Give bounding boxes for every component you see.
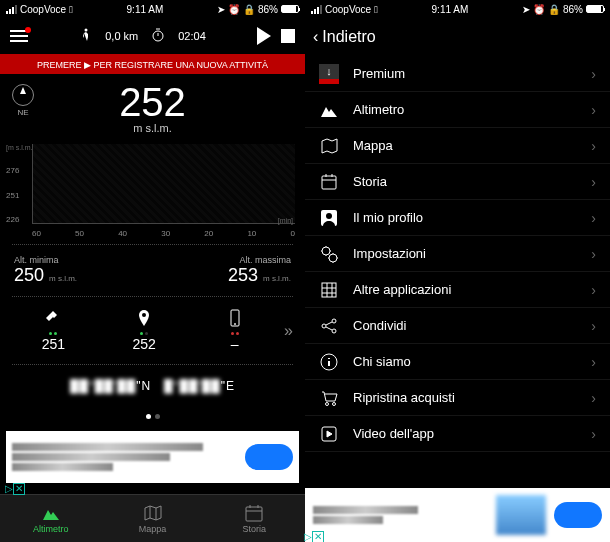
ad-close-icon[interactable]: ✕ <box>13 483 25 495</box>
clock: 9:11 AM <box>127 4 164 15</box>
ad-banner[interactable]: ▷✕ <box>6 431 299 483</box>
walk-icon <box>79 28 91 44</box>
compass-dir: NE <box>12 108 34 117</box>
chart-y-labels: [m s.l.m.] 276 251 226 <box>6 144 34 224</box>
compass[interactable]: NE <box>12 84 34 117</box>
svg-point-17 <box>333 402 336 405</box>
info-icon <box>319 352 339 372</box>
ad-cta-button[interactable] <box>245 444 293 470</box>
more-chevron-icon[interactable]: » <box>280 322 297 340</box>
gear-icon <box>319 244 339 264</box>
chevron-right-icon: › <box>591 318 596 334</box>
svg-point-8 <box>326 213 332 219</box>
menu-premium[interactable]: Premium› <box>305 56 610 92</box>
chevron-left-icon: ‹ <box>313 28 318 46</box>
screen-altimeter: CoopVoce 􀙇 9:11 AM ➤ ⏰ 🔒 86% 0,0 km 02:0… <box>0 0 305 542</box>
svg-point-2 <box>142 313 146 317</box>
battery-icon <box>281 5 299 13</box>
compass-icon <box>12 84 34 106</box>
lock-icon: 🔒 <box>548 4 560 15</box>
chevron-right-icon: › <box>591 102 596 118</box>
adchoices-icon[interactable]: ▷ <box>5 483 13 495</box>
svg-point-14 <box>332 329 336 333</box>
mountain-icon <box>319 100 339 120</box>
chart-x-unit: [min] <box>278 217 293 224</box>
tab-mappa[interactable]: Mappa <box>102 495 204 542</box>
adchoices-icon[interactable]: ▷ <box>304 531 312 542</box>
ad-banner[interactable]: ▷✕ <box>305 488 610 542</box>
ad-image <box>496 495 546 535</box>
carrier: CoopVoce <box>20 4 66 15</box>
carrier: CoopVoce <box>325 4 371 15</box>
tab-storia[interactable]: Storia <box>203 495 305 542</box>
menu-storia[interactable]: Storia› <box>305 164 610 200</box>
clock: 9:11 AM <box>432 4 469 15</box>
chevron-right-icon: › <box>591 390 596 406</box>
mountain-icon <box>41 504 61 522</box>
svg-rect-5 <box>246 507 262 521</box>
chevron-right-icon: › <box>591 426 596 442</box>
wifi-icon: 􀙇 <box>69 4 73 15</box>
menu-mappa[interactable]: Mappa› <box>305 128 610 164</box>
altitude-value: 252 <box>0 82 305 122</box>
svg-rect-6 <box>322 176 336 189</box>
signal-icon <box>6 5 17 14</box>
wifi-icon: 􀙇 <box>374 4 378 15</box>
page-indicator[interactable] <box>0 401 305 427</box>
svg-point-16 <box>326 402 329 405</box>
menu-altimetro[interactable]: Altimetro› <box>305 92 610 128</box>
stop-button[interactable] <box>281 29 295 43</box>
battery-pct: 86% <box>563 4 583 15</box>
cart-icon <box>319 388 339 408</box>
status-bar: CoopVoce 􀙇 9:11 AM ➤ ⏰ 🔒 86% <box>305 0 610 18</box>
menu-impostazioni[interactable]: Impostazioni› <box>305 236 610 272</box>
tab-altimetro[interactable]: Altimetro <box>0 495 102 542</box>
tab-bar: Altimetro Mappa Storia <box>0 494 305 542</box>
svg-point-13 <box>332 319 336 323</box>
back-button[interactable]: ‹ Indietro <box>305 18 610 56</box>
chevron-right-icon: › <box>591 246 596 262</box>
play-button[interactable] <box>257 27 271 45</box>
calendar-icon <box>319 172 339 192</box>
alarm-icon: ⏰ <box>228 4 240 15</box>
map-icon <box>319 136 339 156</box>
ad-close-icon[interactable]: ✕ <box>312 531 324 542</box>
svg-point-0 <box>85 29 88 32</box>
menu-chi-siamo[interactable]: Chi siamo› <box>305 344 610 380</box>
location-arrow-icon: ➤ <box>217 4 225 15</box>
chevron-right-icon: › <box>591 138 596 154</box>
pin-icon <box>135 309 153 327</box>
svg-point-9 <box>322 247 330 255</box>
calendar-icon <box>244 504 264 522</box>
phone-icon <box>226 309 244 327</box>
signal-icon <box>311 5 322 14</box>
person-icon <box>319 208 339 228</box>
menu-button[interactable] <box>10 30 28 42</box>
duration-value: 02:04 <box>178 30 206 42</box>
svg-point-4 <box>234 324 235 325</box>
menu-ripristina[interactable]: Ripristina acquisti› <box>305 380 610 416</box>
sensor-location: 252 <box>99 309 190 352</box>
chart-area <box>32 144 295 224</box>
distance-value: 0,0 km <box>105 30 138 42</box>
svg-point-12 <box>322 324 326 328</box>
record-banner[interactable]: PREMERE ▶ PER REGISTRARE UNA NUOVA ATTIV… <box>0 56 305 74</box>
lock-icon: 🔒 <box>243 4 255 15</box>
top-toolbar: 0,0 km 02:04 <box>0 18 305 56</box>
svg-point-10 <box>329 254 337 262</box>
grid-icon <box>319 280 339 300</box>
menu-profilo[interactable]: Il mio profilo› <box>305 200 610 236</box>
premium-icon <box>319 64 339 84</box>
play-box-icon <box>319 424 339 444</box>
ad-cta-button[interactable] <box>554 502 602 528</box>
sensor-row[interactable]: 251 252 – » <box>0 303 305 358</box>
altitude-chart[interactable]: [m s.l.m.] 276 251 226 [min] 60504030201… <box>0 138 305 238</box>
menu-altre-app[interactable]: Altre applicazioni› <box>305 272 610 308</box>
sensor-device: – <box>189 309 280 352</box>
alt-min: Alt. minima 250 m s.l.m. <box>14 255 77 286</box>
menu-list: Premium› Altimetro› Mappa› Storia› Il mi… <box>305 56 610 488</box>
menu-condividi[interactable]: Condividi› <box>305 308 610 344</box>
menu-video[interactable]: Video dell'app› <box>305 416 610 452</box>
coordinates: ██°██'██"N █°██'██"E <box>0 371 305 401</box>
share-icon <box>319 316 339 336</box>
